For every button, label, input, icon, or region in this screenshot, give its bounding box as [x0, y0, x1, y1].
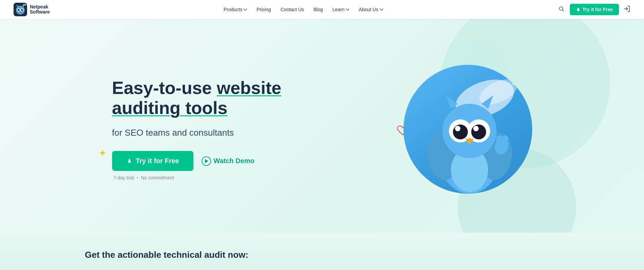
- nav-link-contact[interactable]: Contact Us: [281, 7, 304, 12]
- hero-content: Easy-to-use website auditing tools for S…: [85, 65, 559, 194]
- svg-point-6: [18, 9, 20, 11]
- svg-point-29: [453, 124, 468, 139]
- chevron-down-icon: [380, 8, 383, 11]
- hero-cta-area: ✦ Try it for Free Watch Demo: [112, 151, 322, 171]
- hero-rocket-icon: [126, 158, 132, 164]
- nav-link-learn[interactable]: Learn: [332, 7, 349, 12]
- svg-rect-12: [23, 4, 26, 5]
- logo-icon: [14, 3, 27, 16]
- owl-circle: [403, 65, 532, 194]
- navbar: Netpeak Software Products Pricing Contac…: [0, 0, 644, 19]
- svg-point-7: [21, 9, 23, 11]
- hero-watch-demo-button[interactable]: Watch Demo: [202, 156, 254, 166]
- logo-text: Netpeak Software: [30, 4, 50, 15]
- svg-point-32: [473, 126, 479, 131]
- logo-netpeak-label: Netpeak: [30, 4, 50, 9]
- hero-try-free-button[interactable]: Try it for Free: [112, 151, 193, 171]
- nav-link-blog[interactable]: Blog: [313, 7, 323, 12]
- nav-item-about[interactable]: About Us: [359, 7, 383, 12]
- hero-left: Easy-to-use website auditing tools for S…: [112, 78, 322, 181]
- nav-item-learn[interactable]: Learn: [332, 7, 349, 12]
- nav-item-blog[interactable]: Blog: [313, 6, 323, 13]
- svg-line-14: [562, 10, 564, 11]
- star-decoration: ✦: [99, 148, 106, 159]
- bottom-title: Get the actionable technical audit now:: [85, 250, 559, 260]
- search-button[interactable]: [557, 4, 566, 15]
- owl-illustration: [410, 78, 525, 194]
- bottom-inner: Get the actionable technical audit now: …: [85, 250, 559, 270]
- nav-item-products[interactable]: Products: [224, 7, 247, 12]
- logo[interactable]: Netpeak Software: [14, 3, 50, 16]
- nav-try-free-button[interactable]: Try it for Free: [570, 4, 619, 15]
- svg-point-37: [500, 140, 507, 147]
- nav-link-about[interactable]: About Us: [359, 7, 383, 12]
- bottom-section: Get the actionable technical audit now: …: [0, 233, 644, 270]
- nav-item-contact[interactable]: Contact Us: [281, 6, 304, 13]
- logo-software-label: Software: [30, 9, 50, 15]
- play-triangle-icon: [205, 159, 208, 163]
- nav-menu: Products Pricing Contact Us Blog Learn A…: [224, 6, 383, 13]
- hero-subtitle: for SEO teams and consultants: [112, 127, 322, 139]
- hero-section: Easy-to-use website auditing tools for S…: [0, 19, 644, 233]
- nav-link-pricing[interactable]: Pricing: [256, 7, 271, 12]
- bubble-2: [512, 82, 515, 85]
- svg-point-31: [455, 126, 460, 131]
- svg-point-13: [559, 7, 563, 11]
- nav-link-products[interactable]: Products: [224, 7, 247, 12]
- chevron-down-icon: [244, 8, 247, 11]
- nav-item-pricing[interactable]: Pricing: [256, 6, 271, 13]
- svg-point-9: [22, 9, 23, 10]
- signin-icon: [623, 5, 630, 13]
- play-circle-icon: [202, 156, 211, 166]
- bubble-3: [500, 68, 505, 73]
- search-icon: [558, 6, 564, 12]
- hero-meta: 7-day trial No commitment: [113, 175, 322, 180]
- chevron-down-icon: [346, 8, 349, 11]
- hero-illustration: [403, 65, 532, 194]
- meta-dot: [137, 177, 138, 178]
- svg-point-8: [19, 9, 19, 10]
- bubble-1: [519, 72, 525, 78]
- rocket-icon: [576, 7, 581, 12]
- hero-title: Easy-to-use website auditing tools: [112, 78, 322, 119]
- signin-button[interactable]: [623, 5, 630, 14]
- svg-point-30: [471, 124, 486, 139]
- nav-right: Try it for Free: [557, 4, 630, 15]
